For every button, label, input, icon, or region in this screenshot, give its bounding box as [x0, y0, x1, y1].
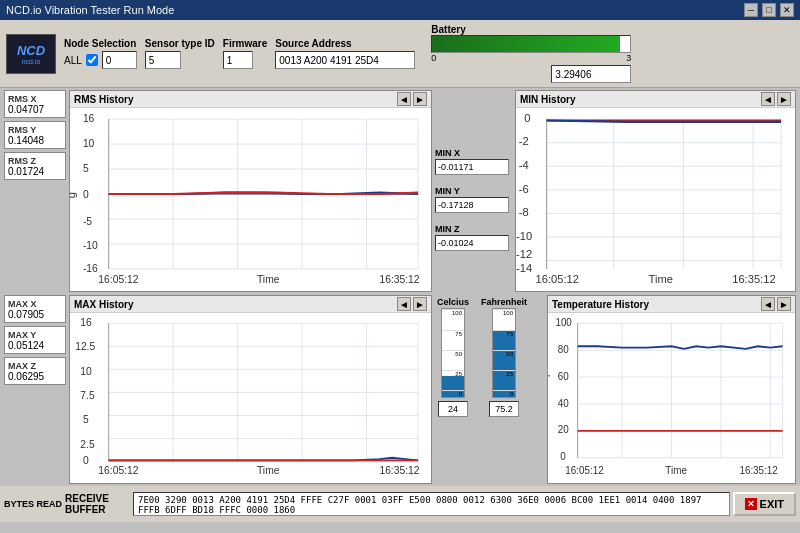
svg-text:80: 80 — [558, 344, 569, 355]
max-chart-header: MAX History ◄ ► — [70, 296, 431, 313]
rms-x-label: RMS X — [8, 94, 62, 104]
min-y-input[interactable] — [435, 197, 509, 213]
svg-text:40: 40 — [558, 398, 569, 409]
min-z-input[interactable] — [435, 235, 509, 251]
svg-text:10: 10 — [80, 366, 92, 377]
battery-max: 3 — [626, 53, 631, 63]
svg-text:-10: -10 — [516, 230, 532, 242]
svg-text:0: 0 — [560, 452, 566, 463]
max-values: MAX X 0.07905 MAX Y 0.05124 MAX Z 0.0629… — [4, 295, 66, 484]
temp-chart-title: Temperature History — [552, 299, 649, 310]
svg-text:16: 16 — [80, 317, 92, 328]
all-checkbox[interactable] — [86, 54, 98, 66]
svg-text:Time: Time — [257, 466, 280, 477]
sensor-type-group: Sensor type ID — [145, 38, 215, 69]
battery-min: 0 — [431, 53, 436, 63]
node-selection-group: Node Selection ALL — [64, 38, 137, 69]
exit-button[interactable]: ✕ EXIT — [733, 492, 796, 516]
source-address-group: Source Address — [275, 38, 415, 69]
fahrenheit-value: 75.2 — [489, 401, 519, 417]
minimize-button[interactable]: ─ — [744, 3, 758, 17]
thermometers: Celcius 100 75 50 25 0 — [435, 295, 545, 484]
temp-scroll-left[interactable]: ◄ — [761, 297, 775, 311]
exit-icon: ✕ — [745, 498, 757, 510]
source-address-label: Source Address — [275, 38, 415, 49]
rms-scroll-right[interactable]: ► — [413, 92, 427, 106]
svg-text:5: 5 — [83, 415, 89, 426]
source-address-input[interactable] — [275, 51, 415, 69]
svg-text:-10: -10 — [83, 239, 98, 251]
firmware-group: Firmware — [223, 38, 267, 69]
rms-y-label: RMS Y — [8, 125, 62, 135]
max-y-item: MAX Y 0.05124 — [4, 326, 66, 354]
battery-value: 3.29406 — [551, 65, 631, 83]
bytes-read-label: BYTES READ — [4, 499, 62, 509]
rms-x-item: RMS X 0.04707 — [4, 90, 66, 118]
svg-text:0: 0 — [83, 456, 89, 467]
exit-label: EXIT — [760, 498, 784, 510]
max-x-item: MAX X 0.07905 — [4, 295, 66, 323]
window-title: NCD.io Vibration Tester Run Mode — [6, 4, 174, 16]
close-button[interactable]: ✕ — [780, 3, 794, 17]
svg-text:5: 5 — [83, 161, 89, 173]
svg-text:-4: -4 — [519, 159, 529, 171]
temperature-section: Celcius 100 75 50 25 0 — [435, 295, 796, 484]
temp-scroll-right[interactable]: ► — [777, 297, 791, 311]
temp-chart-header: Temperature History ◄ ► — [548, 296, 795, 313]
row1: RMS X 0.04707 RMS Y 0.14048 RMS Z 0.0172… — [4, 90, 796, 292]
svg-text:Time: Time — [649, 273, 673, 285]
max-chart-svg: 16 12.5 10 7.5 5 2.5 0 — [70, 313, 431, 480]
title-bar: NCD.io Vibration Tester Run Mode ─ □ ✕ — [0, 0, 800, 20]
temp-chart: Temperature History ◄ ► 100 80 60 40 20 … — [547, 295, 796, 484]
max-scroll-right[interactable]: ► — [413, 297, 427, 311]
max-z-label: MAX Z — [8, 361, 62, 371]
svg-text:10: 10 — [83, 136, 95, 148]
min-y-label: MIN Y — [435, 186, 513, 196]
svg-text:16:35:12: 16:35:12 — [739, 466, 778, 477]
header-row: NCD ncd.io Node Selection ALL Sensor typ… — [0, 20, 800, 88]
celsius-group: Celcius 100 75 50 25 0 — [437, 297, 469, 417]
max-chart-title: MAX History — [74, 299, 133, 310]
maximize-button[interactable]: □ — [762, 3, 776, 17]
firmware-input[interactable] — [223, 51, 253, 69]
rms-scroll-left[interactable]: ◄ — [397, 92, 411, 106]
rms-z-item: RMS Z 0.01724 — [4, 152, 66, 180]
svg-text:Time: Time — [257, 272, 280, 284]
min-z-label: MIN Z — [435, 224, 513, 234]
svg-text:g: g — [70, 192, 77, 198]
row2: MAX X 0.07905 MAX Y 0.05124 MAX Z 0.0629… — [4, 295, 796, 484]
logo: NCD ncd.io — [6, 34, 56, 74]
svg-text:-5: -5 — [83, 214, 92, 226]
svg-text:12.5: 12.5 — [75, 342, 95, 353]
max-y-value: 0.05124 — [8, 340, 62, 351]
svg-text:16:35:12: 16:35:12 — [379, 466, 419, 477]
celsius-label: Celcius — [437, 297, 469, 307]
min-x-input[interactable] — [435, 159, 509, 175]
temp-chart-svg: 100 80 60 40 20 0 — [548, 313, 795, 480]
svg-text:2.5: 2.5 — [80, 439, 95, 450]
max-scroll-left[interactable]: ◄ — [397, 297, 411, 311]
svg-text:-2: -2 — [519, 135, 529, 147]
battery-group: Battery 0 3 3.29406 — [431, 24, 631, 83]
min-chart: MIN History ◄ ► 0 -2 -4 -6 -8 -10 -12 -1… — [515, 90, 796, 292]
sensor-type-label: Sensor type ID — [145, 38, 215, 49]
svg-text:60: 60 — [558, 371, 569, 382]
firmware-label: Firmware — [223, 38, 267, 49]
receive-buffer-row: BYTES READ RECEIVE BUFFER 7E00 3290 0013… — [0, 486, 800, 522]
rms-chart-svg: 16 10 5 0 -5 -10 -16 — [70, 108, 431, 288]
min-scroll-left[interactable]: ◄ — [761, 92, 775, 106]
max-y-label: MAX Y — [8, 330, 62, 340]
svg-text:7.5: 7.5 — [80, 390, 95, 401]
sensor-type-input[interactable] — [145, 51, 181, 69]
svg-text:16:05:12: 16:05:12 — [536, 273, 579, 285]
min-section: MIN X MIN Y MIN Z MIN History ◄ ► — [435, 90, 796, 292]
svg-text:Time: Time — [665, 466, 687, 477]
max-z-value: 0.06295 — [8, 371, 62, 382]
min-z-item: MIN Z — [435, 224, 513, 251]
svg-text:16:05:12: 16:05:12 — [98, 272, 138, 284]
node-value-input[interactable] — [102, 51, 137, 69]
max-x-label: MAX X — [8, 299, 62, 309]
min-scroll-right[interactable]: ► — [777, 92, 791, 106]
svg-text:-14: -14 — [516, 262, 532, 274]
svg-text:Temperature: Temperature — [548, 339, 550, 397]
